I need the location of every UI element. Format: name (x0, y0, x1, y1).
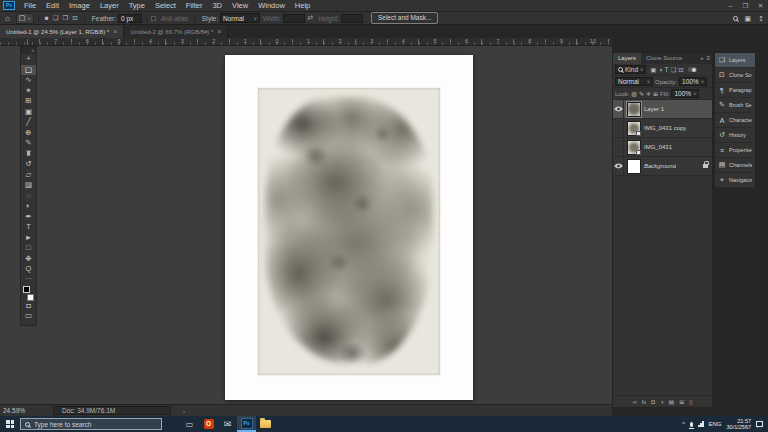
style-select[interactable]: Normal ∨ (220, 13, 260, 23)
lock-artboard-icon[interactable]: ⊞ (653, 90, 658, 97)
eraser-tool[interactable]: ▱ (21, 170, 36, 181)
layer-thumbnail[interactable] (627, 140, 641, 155)
frame-tool[interactable]: ▣ (21, 107, 36, 118)
layer-thumbnail[interactable] (627, 121, 641, 136)
menu-item[interactable]: Select (150, 0, 181, 12)
layer-name[interactable]: Background (644, 163, 676, 169)
layer-filter-kind[interactable]: Kind ∨ (615, 65, 646, 74)
office-app-button[interactable]: O (199, 416, 218, 432)
layer-row[interactable]: IMG_0431 (613, 138, 712, 157)
zoom-level-field[interactable]: 24.59% (3, 407, 25, 414)
menu-item[interactable]: File (19, 0, 41, 12)
home-icon[interactable]: ⌂ (5, 14, 10, 23)
canvas-workspace[interactable] (0, 46, 612, 404)
document-canvas[interactable] (225, 55, 473, 400)
workspace-icon[interactable]: ▣ (745, 15, 752, 23)
lock-position-icon[interactable]: ✛ (646, 90, 651, 97)
layer-name[interactable]: Layer 1 (644, 106, 664, 112)
toolbar-collapse[interactable]: » (21, 47, 36, 54)
menu-item[interactable]: Filter (181, 0, 208, 12)
background-color-swatch[interactable] (27, 294, 34, 301)
type-tool[interactable]: T (21, 222, 36, 233)
rectangular-marquee-tool[interactable]: ▢ (21, 65, 36, 76)
link-layers-icon[interactable]: ∞ (632, 399, 636, 405)
clock[interactable]: 21:57 30/1/2567 (727, 418, 751, 430)
brush-tool[interactable]: ✎ (21, 138, 36, 149)
menu-item[interactable]: View (227, 0, 253, 12)
panel-brush-settings[interactable]: ✎ Brush Se... (715, 98, 755, 113)
panel-navigator[interactable]: ⌖ Navigator (715, 173, 755, 188)
blend-mode-select[interactable]: Normal ∨ (615, 77, 653, 86)
path-selection-tool[interactable]: ► (21, 233, 36, 244)
lock-transparency-icon[interactable]: ▨ (631, 90, 637, 97)
close-button[interactable]: ✕ (753, 0, 768, 11)
shape-filter-icon[interactable]: ❏ (670, 66, 676, 74)
fill-field[interactable]: 100% ∨ (671, 89, 699, 98)
new-group-icon[interactable]: ▤ (669, 398, 675, 405)
document-tab[interactable]: Untitled-1 @ 24.5% (Layer 1, RGB/8) * × (0, 25, 124, 38)
edit-toolbar-icon[interactable]: ⋯ (21, 275, 36, 284)
task-view-button[interactable]: ▭ (180, 416, 199, 432)
hand-tool[interactable]: ✥ (21, 254, 36, 265)
intersect-selection-icon[interactable]: ⊡ (70, 14, 79, 22)
panel-paragraph[interactable]: ¶ Paragraph (715, 83, 755, 98)
dodge-tool[interactable]: ◐ (21, 201, 36, 212)
panel-collapse-icon[interactable]: » (700, 53, 703, 64)
layer-row[interactable]: IMG_0431 copy (613, 119, 712, 138)
clone-stamp-tool[interactable]: ♜ (21, 149, 36, 160)
visibility-toggle[interactable] (613, 119, 624, 137)
pixel-filter-icon[interactable]: ▣ (650, 66, 656, 74)
height-input[interactable] (341, 14, 363, 23)
layer-name[interactable]: IMG_0431 (644, 144, 672, 150)
panel-clone-source[interactable]: ⊡ Clone So... (715, 68, 755, 83)
adjustment-layer-icon[interactable]: ◑ (660, 399, 664, 405)
status-options-chevron[interactable]: › (183, 408, 185, 414)
zoom-tool[interactable]: Q (21, 264, 36, 275)
type-filter-icon[interactable]: T (664, 66, 668, 74)
lasso-tool[interactable]: ∿ (21, 75, 36, 86)
visibility-toggle[interactable] (613, 157, 624, 175)
panel-character[interactable]: A Character (715, 113, 755, 128)
antialias-checkbox[interactable] (151, 16, 156, 21)
menu-item[interactable]: Window (253, 0, 290, 12)
horizontal-ruler[interactable]: 7654321012345678910 (0, 38, 612, 46)
menu-item[interactable]: Image (64, 0, 95, 12)
add-selection-icon[interactable]: ❏ (51, 14, 61, 22)
quick-selection-tool[interactable]: ✶ (21, 86, 36, 97)
delete-layer-icon[interactable]: ▯ (689, 398, 692, 405)
rectangle-tool[interactable]: □ (21, 243, 36, 254)
quick-mask-icon[interactable]: ◘ (21, 301, 36, 312)
width-input[interactable] (283, 14, 305, 23)
opacity-field[interactable]: 100% ∨ (679, 77, 707, 86)
language-indicator[interactable]: ENG (709, 421, 722, 427)
search-icon[interactable] (733, 16, 738, 21)
layer-thumbnail[interactable] (627, 159, 641, 174)
screen-mode-icon[interactable]: ▭ (21, 311, 36, 322)
panel-menu-icon[interactable]: ≡ (706, 53, 710, 64)
mail-app-button[interactable]: ✉ (218, 416, 237, 432)
adjustment-filter-icon[interactable]: ◑ (658, 66, 662, 74)
panel-layers[interactable]: ❏ Layers (715, 53, 755, 68)
feather-input[interactable]: 0 px (118, 14, 142, 23)
close-icon[interactable]: × (217, 28, 221, 35)
crop-tool[interactable]: ⊞ (21, 96, 36, 107)
layer-thumbnail[interactable] (627, 102, 641, 117)
tray-expand-icon[interactable]: ^ (682, 421, 685, 427)
document-tab[interactable]: Untitled-2 @ 66.7% (RGB/8#) * × (124, 25, 228, 38)
tab-clone-source[interactable]: Clone Source (641, 53, 687, 64)
layer-styles-icon[interactable]: fx (642, 399, 647, 405)
panel-properties[interactable]: ≡ Properties (715, 143, 755, 158)
notification-center-icon[interactable] (756, 421, 763, 427)
layer-row[interactable]: Layer 1 (613, 100, 712, 119)
taskbar-search[interactable]: Type here to search (20, 418, 162, 430)
blur-tool[interactable]: ◌ (21, 191, 36, 202)
new-layer-icon[interactable]: ⊞ (679, 398, 684, 405)
file-explorer-button[interactable] (256, 416, 275, 432)
tab-layers[interactable]: Layers (613, 53, 641, 64)
photoshop-app-button[interactable]: Ps (237, 416, 256, 432)
color-swatches[interactable] (23, 286, 34, 301)
menu-item[interactable]: Help (290, 0, 315, 12)
subtract-selection-icon[interactable]: ❐ (61, 14, 71, 22)
layer-filter-toggle[interactable] (688, 67, 697, 72)
layer-name[interactable]: IMG_0431 copy (644, 125, 686, 131)
